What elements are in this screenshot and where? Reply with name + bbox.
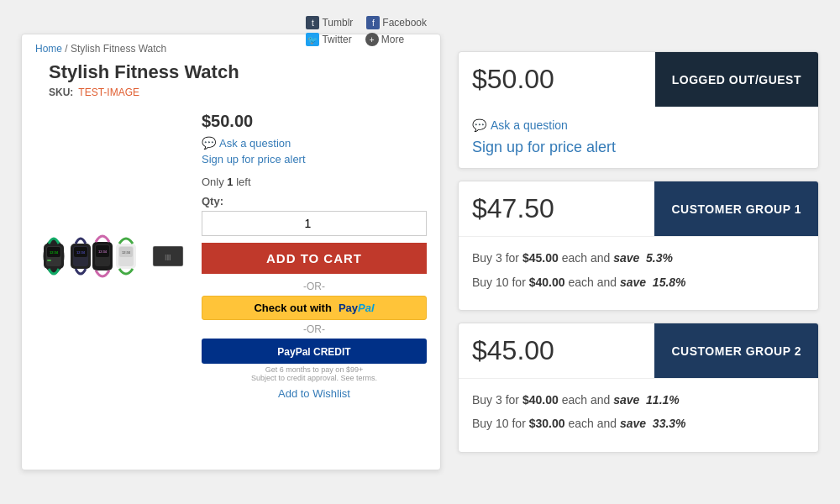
add-to-cart-button[interactable]: ADD TO CART — [202, 243, 427, 274]
svg-rect-5 — [47, 260, 51, 261]
logged-out-badge: LOGGED OUT/GUEST — [655, 52, 818, 107]
group1-price: $47.50 — [459, 181, 654, 236]
group2-body: Buy 3 for $40.00 each and save 11.1% Buy… — [459, 378, 818, 452]
stock-info: Only 1 left — [202, 176, 427, 188]
svg-text:||||: |||| — [165, 254, 171, 260]
logged-out-price: $50.00 — [459, 52, 655, 107]
paypal-brand-p: Pay — [339, 302, 358, 314]
group2-badge: CUSTOMER GROUP 2 — [654, 323, 818, 378]
twitter-share-button[interactable]: 🐦 Twitter — [306, 33, 351, 46]
group2-price: $45.00 — [459, 323, 654, 378]
group1-tier-2: Buy 10 for $40.00 each and save 15.8% — [472, 273, 805, 291]
svg-text:12:34: 12:34 — [122, 250, 131, 255]
facebook-label: Facebook — [382, 17, 427, 29]
logged-out-card: $50.00 LOGGED OUT/GUEST 💬 Ask a question… — [458, 51, 819, 169]
paypal-brand-pal: Pal — [358, 302, 375, 314]
twitter-label: Twitter — [322, 34, 351, 45]
breadcrumb-home[interactable]: Home — [35, 43, 62, 55]
group1-card: $47.50 CUSTOMER GROUP 1 Buy 3 for $45.00… — [458, 181, 819, 311]
stock-count: 1 — [227, 176, 233, 188]
logged-out-ask-label: Ask a question — [491, 118, 568, 132]
product-body: 12:34 12:34 12:34 — [22, 105, 440, 407]
product-price: $50.00 — [202, 112, 427, 131]
paypal-credit-button[interactable]: PayPal CREDIT — [202, 339, 427, 364]
paypal-credit-label: PayPal CREDIT — [277, 346, 350, 358]
svg-text:12:34: 12:34 — [98, 249, 108, 254]
group1-header: $47.50 CUSTOMER GROUP 1 — [459, 181, 818, 236]
breadcrumb-current: Stylish Fitness Watch — [71, 43, 166, 55]
product-thumbnail[interactable]: |||| — [151, 244, 185, 268]
svg-rect-6 — [47, 262, 54, 264]
ask-question-label: Ask a question — [219, 137, 291, 150]
logged-out-price-alert[interactable]: Sign up for price alert — [472, 139, 616, 155]
chat-icon-card: 💬 — [472, 118, 486, 132]
facebook-icon: f — [366, 16, 380, 29]
paypal-checkout-label: Check out with — [254, 302, 331, 314]
ask-question-link[interactable]: 💬 Ask a question — [202, 136, 427, 150]
svg-text:12:34: 12:34 — [76, 250, 86, 255]
product-panel: Home / Stylish Fitness Watch Stylish Fit… — [21, 34, 441, 470]
group1-body: Buy 3 for $45.00 each and save 5.3% Buy … — [459, 236, 818, 310]
or-divider-2: -OR- — [202, 323, 427, 335]
group2-tier-1: Buy 3 for $40.00 each and save 11.1% — [472, 391, 805, 409]
tumblr-share-button[interactable]: t Tumblr — [306, 16, 353, 29]
or-divider-1: -OR- — [202, 281, 427, 292]
right-panels: $50.00 LOGGED OUT/GUEST 💬 Ask a question… — [458, 51, 819, 453]
group2-header: $45.00 CUSTOMER GROUP 2 — [459, 323, 818, 378]
more-share-button[interactable]: + More — [365, 33, 404, 46]
paypal-checkout-button[interactable]: Check out with PayPal — [202, 296, 427, 320]
chat-icon: 💬 — [202, 136, 216, 150]
twitter-icon: 🐦 — [306, 33, 319, 46]
product-images: 12:34 12:34 12:34 — [35, 112, 185, 400]
logged-out-body: 💬 Ask a question Sign up for price alert — [459, 107, 818, 168]
product-info: $50.00 💬 Ask a question Sign up for pric… — [193, 112, 427, 400]
group2-card: $45.00 CUSTOMER GROUP 2 Buy 3 for $40.00… — [458, 323, 819, 453]
more-icon: + — [365, 33, 379, 46]
qty-label: Qty: — [202, 195, 427, 207]
tumblr-icon: t — [306, 16, 319, 29]
wishlist-link[interactable]: Add to Wishlist — [202, 387, 427, 400]
paypal-credit-subtext: Get 6 months to pay on $99+ Subject to c… — [202, 365, 427, 382]
qty-input[interactable] — [202, 211, 427, 236]
logged-out-header: $50.00 LOGGED OUT/GUEST — [459, 52, 818, 107]
svg-text:12:34: 12:34 — [50, 250, 59, 255]
sku-value: TEST-IMAGE — [78, 87, 139, 98]
more-label: More — [381, 34, 404, 45]
group1-tier-1: Buy 3 for $45.00 each and save 5.3% — [472, 249, 805, 267]
tumblr-label: Tumblr — [322, 17, 353, 29]
product-main-image: 12:34 12:34 12:34 — [35, 218, 144, 294]
group2-tier-2: Buy 10 for $30.00 each and save 33.3% — [472, 414, 805, 433]
group1-badge: CUSTOMER GROUP 1 — [654, 181, 818, 236]
product-title: Stylish Fitness Watch — [35, 58, 427, 85]
facebook-share-button[interactable]: f Facebook — [366, 16, 427, 29]
sku-row: SKU: TEST-IMAGE — [35, 85, 427, 105]
price-alert-link[interactable]: Sign up for price alert — [202, 153, 427, 165]
logged-out-ask-question[interactable]: 💬 Ask a question — [472, 118, 805, 132]
sku-label: SKU: — [49, 87, 73, 98]
